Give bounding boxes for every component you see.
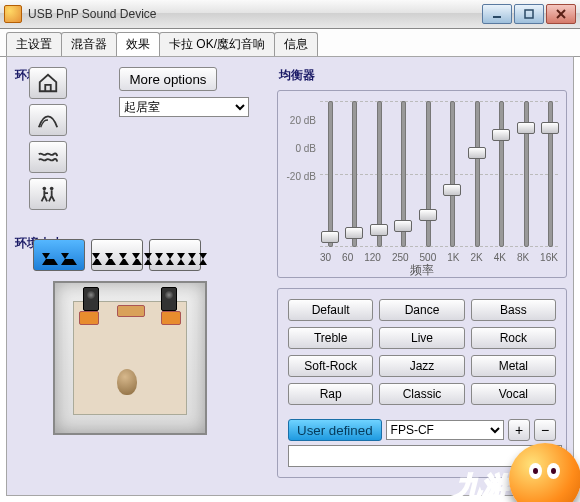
preset-treble-button[interactable]: Treble xyxy=(288,327,373,349)
env-size-2-button[interactable] xyxy=(91,239,143,271)
eq-scale-max: 20 dB xyxy=(286,107,316,135)
eq-slider-60[interactable] xyxy=(344,101,362,247)
svg-rect-1 xyxy=(525,10,533,18)
tab-4[interactable]: 信息 xyxy=(274,32,318,56)
window-title: USB PnP Sound Device xyxy=(28,7,480,21)
room-preview xyxy=(53,281,207,435)
preset-bass-button[interactable]: Bass xyxy=(471,299,556,321)
more-options-button[interactable]: More options xyxy=(119,67,217,91)
eq-freq-axis-label: 频率 xyxy=(278,262,566,279)
client-area: 环境 More options 起居室 环境大小 xyxy=(6,56,574,496)
preset-classic-button[interactable]: Classic xyxy=(379,383,464,405)
preset-metal-button[interactable]: Metal xyxy=(471,355,556,377)
tab-1[interactable]: 混音器 xyxy=(61,32,117,56)
app-window: USB PnP Sound Device 主设置混音器效果卡拉 OK/魔幻音响信… xyxy=(0,0,580,502)
eq-slider-1K[interactable] xyxy=(442,101,460,247)
minimize-button[interactable] xyxy=(482,4,512,24)
env-preset-select[interactable]: 起居室 xyxy=(119,97,249,117)
eq-scale-mid: 0 dB xyxy=(286,135,316,163)
eq-slider-120[interactable] xyxy=(369,101,387,247)
env-preset-home-button[interactable] xyxy=(29,67,67,99)
svg-point-4 xyxy=(43,187,47,191)
eq-slider-250[interactable] xyxy=(393,101,411,247)
preset-default-button[interactable]: Default xyxy=(288,299,373,321)
eq-slider-16K[interactable] xyxy=(540,101,558,247)
env-preset-opera-button[interactable] xyxy=(29,104,67,136)
tab-2[interactable]: 效果 xyxy=(116,32,160,57)
preset-panel: DefaultDanceBassTrebleLiveRockSoft-RockJ… xyxy=(277,288,567,478)
tab-0[interactable]: 主设置 xyxy=(6,32,62,56)
preset-dance-button[interactable]: Dance xyxy=(379,299,464,321)
eq-slider-500[interactable] xyxy=(418,101,436,247)
preset-live-button[interactable]: Live xyxy=(379,327,464,349)
svg-point-5 xyxy=(50,187,54,191)
user-defined-add-button[interactable]: + xyxy=(508,419,530,441)
eq-slider-8K[interactable] xyxy=(516,101,534,247)
eq-title: 均衡器 xyxy=(279,67,567,84)
user-defined-name-input[interactable] xyxy=(288,445,562,467)
app-icon xyxy=(4,5,22,23)
env-preset-underwater-button[interactable] xyxy=(29,141,67,173)
tab-3[interactable]: 卡拉 OK/魔幻音响 xyxy=(159,32,275,56)
maximize-button[interactable] xyxy=(514,4,544,24)
eq-slider-4K[interactable] xyxy=(491,101,509,247)
env-size-3-button[interactable] xyxy=(149,239,201,271)
user-defined-button[interactable]: User defined xyxy=(288,419,382,441)
equalizer: 20 dB 0 dB -20 dB 30601202505001K2K4K8K1… xyxy=(277,90,567,278)
env-preset-hall-button[interactable] xyxy=(29,178,67,210)
user-defined-remove-button[interactable]: − xyxy=(534,419,556,441)
preset-jazz-button[interactable]: Jazz xyxy=(379,355,464,377)
eq-slider-2K[interactable] xyxy=(467,101,485,247)
preset-rock-button[interactable]: Rock xyxy=(471,327,556,349)
preset-rap-button[interactable]: Rap xyxy=(288,383,373,405)
close-button[interactable] xyxy=(546,4,576,24)
eq-slider-30[interactable] xyxy=(320,101,338,247)
env-size-1-button[interactable] xyxy=(33,239,85,271)
eq-scale-min: -20 dB xyxy=(286,163,316,191)
preset-soft-rock-button[interactable]: Soft-Rock xyxy=(288,355,373,377)
titlebar[interactable]: USB PnP Sound Device xyxy=(0,0,580,29)
preset-vocal-button[interactable]: Vocal xyxy=(471,383,556,405)
tab-strip: 主设置混音器效果卡拉 OK/魔幻音响信息 xyxy=(0,29,580,57)
user-defined-select[interactable]: FPS-CF xyxy=(386,420,504,440)
